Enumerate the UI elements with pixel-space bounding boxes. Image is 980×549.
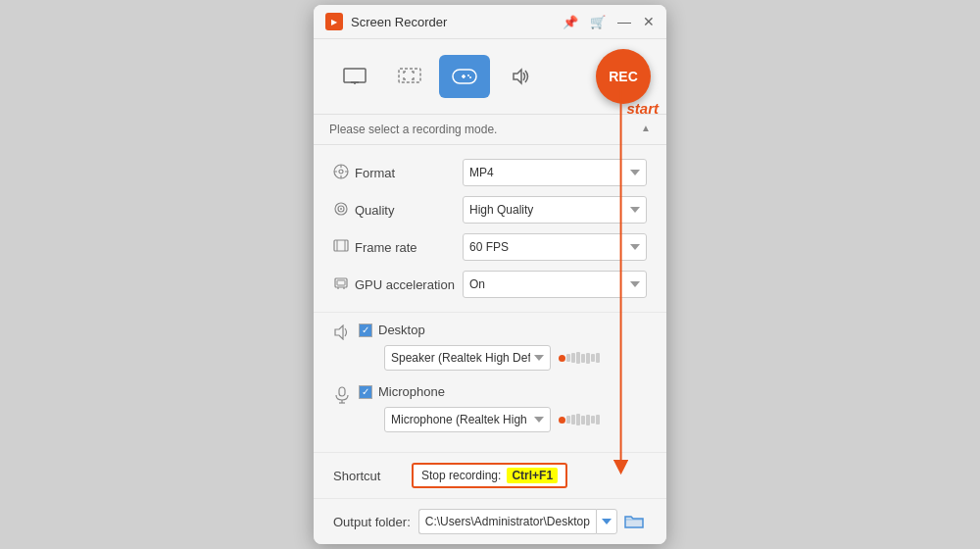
microphone-volume-bars — [559, 414, 600, 425]
app-title: Screen Recorder — [351, 15, 563, 29]
shortcut-stop-text: Stop recording: — [421, 469, 501, 482]
rec-button[interactable]: REC — [596, 49, 651, 104]
game-mode-button[interactable] — [439, 55, 490, 98]
scroll-area: Format MP4 AVI MOV Quality — [314, 145, 666, 544]
svg-point-7 — [467, 75, 469, 76]
microphone-icon — [333, 386, 359, 408]
microphone-device-row: Microphone (Realtek High ... — [384, 407, 647, 432]
svg-point-18 — [340, 208, 342, 210]
shortcut-box: Stop recording: Ctrl+F1 — [412, 463, 567, 488]
app-icon — [325, 13, 343, 30]
close-button[interactable]: ✕ — [643, 15, 655, 28]
framerate-select[interactable]: 60 FPS 30 FPS 24 FPS — [463, 233, 647, 261]
format-select[interactable]: MP4 AVI MOV — [463, 159, 647, 186]
pin-icon[interactable]: 📌 — [563, 15, 578, 29]
shortcut-section: Shortcut Stop recording: Ctrl+F1 — [314, 453, 666, 499]
microphone-label: Microphone — [378, 384, 445, 399]
microphone-device-select[interactable]: Microphone (Realtek High ... — [384, 407, 551, 432]
output-path-input[interactable] — [418, 509, 596, 534]
shortcut-label: Shortcut — [333, 469, 412, 483]
svg-marker-26 — [335, 325, 343, 339]
minimize-button[interactable]: — — [617, 15, 631, 28]
svg-rect-27 — [339, 387, 345, 396]
gpu-icon — [333, 275, 355, 294]
microphone-audio-row: ✓ Microphone — [359, 384, 647, 399]
scroll-up-arrow[interactable]: ▲ — [641, 123, 651, 133]
cart-icon[interactable]: 🛒 — [590, 15, 606, 29]
output-label: Output folder: — [333, 515, 411, 529]
desktop-volume-bars — [559, 352, 600, 364]
quality-label: Quality — [355, 203, 463, 218]
titlebar: Screen Recorder 📌 🛒 — ✕ — [314, 5, 666, 39]
browse-folder-button[interactable] — [621, 509, 647, 534]
svg-rect-19 — [334, 240, 348, 251]
svg-rect-23 — [337, 280, 345, 285]
quality-icon — [333, 201, 355, 220]
desktop-audio-row: ✓ Desktop — [359, 323, 647, 337]
svg-marker-9 — [514, 70, 521, 83]
desktop-checkbox[interactable]: ✓ — [359, 324, 372, 337]
quality-row: Quality High Quality Standard Quality Lo… — [333, 196, 647, 224]
region-mode-button[interactable] — [384, 55, 435, 98]
format-label: Format — [355, 166, 463, 180]
shortcut-key: Ctrl+F1 — [507, 468, 558, 483]
desktop-device-row: Speaker (Realtek High Defi... — [384, 345, 647, 371]
toolbar: REC start — [314, 39, 666, 115]
gpu-select[interactable]: On Off — [463, 271, 647, 298]
audio-section: ✓ Desktop Speaker (Realtek High Defi... — [314, 313, 666, 453]
framerate-row: Frame rate 60 FPS 30 FPS 24 FPS — [333, 233, 647, 261]
desktop-device-select[interactable]: Speaker (Realtek High Defi... — [384, 345, 551, 371]
desktop-label: Desktop — [378, 323, 425, 337]
audio-mode-button[interactable] — [494, 55, 545, 98]
output-section: Output folder: — [314, 499, 666, 544]
format-icon — [333, 164, 355, 182]
format-row: Format MP4 AVI MOV — [333, 159, 647, 186]
framerate-icon — [333, 238, 355, 257]
titlebar-controls: 📌 🛒 — ✕ — [563, 15, 655, 29]
output-dropdown-arrow[interactable] — [596, 509, 617, 534]
screen-mode-button[interactable] — [329, 55, 380, 98]
settings-section: Format MP4 AVI MOV Quality — [314, 145, 666, 313]
mode-hint: Please select a recording mode. ▲ — [314, 115, 666, 145]
framerate-label: Frame rate — [355, 240, 463, 255]
gpu-label: GPU acceleration — [355, 277, 463, 292]
microphone-checkbox[interactable]: ✓ — [359, 385, 372, 399]
gpu-row: GPU acceleration On Off — [333, 271, 647, 298]
desktop-audio-icon — [333, 324, 359, 344]
svg-point-8 — [469, 76, 471, 78]
app-window: Screen Recorder 📌 🛒 — ✕ — [314, 5, 666, 544]
svg-point-11 — [339, 170, 343, 174]
quality-select[interactable]: High Quality Standard Quality Low Qualit… — [463, 196, 647, 224]
svg-rect-3 — [399, 69, 420, 82]
svg-rect-0 — [344, 69, 366, 82]
